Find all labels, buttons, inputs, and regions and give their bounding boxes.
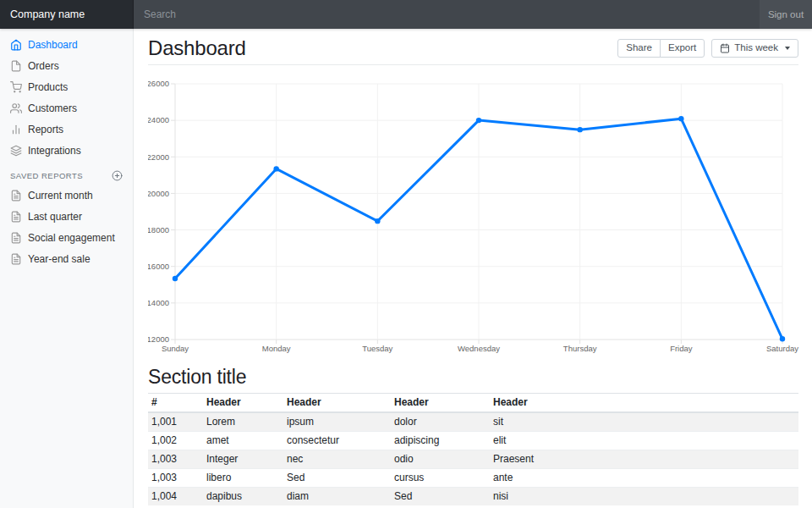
sidebar-item-label: Current month bbox=[28, 190, 93, 202]
x-tick-label: Wednesday bbox=[458, 344, 500, 353]
saved-reports-heading: Saved reports bbox=[0, 169, 133, 181]
table-cell: 1,003 bbox=[148, 450, 203, 469]
y-tick-label: 24000 bbox=[148, 115, 169, 124]
table-cell: Lorem bbox=[203, 412, 283, 432]
y-tick-label: 16000 bbox=[148, 262, 169, 271]
data-point bbox=[273, 166, 278, 171]
sidebar-item-integrations[interactable]: Integrations bbox=[0, 140, 133, 161]
export-button[interactable]: Export bbox=[660, 39, 705, 58]
sidebar-item-year-end-sale[interactable]: Year-end sale bbox=[0, 248, 133, 269]
column-header: Header bbox=[203, 394, 283, 413]
table-cell: nec bbox=[283, 450, 391, 469]
table-row: 1,001 Lorem ipsum dolor sit bbox=[148, 412, 798, 432]
sidebar-item-label: Last quarter bbox=[28, 211, 82, 223]
table-cell: 1,003 bbox=[148, 469, 203, 488]
table-row: 1,004 dapibus diam Sed nisi bbox=[148, 488, 798, 506]
sidebar-item-label: Dashboard bbox=[28, 39, 78, 51]
sidebar-item-label: Customers bbox=[28, 102, 77, 114]
data-point bbox=[476, 118, 481, 123]
table-body: 1,001 Lorem ipsum dolor sit 1,002 amet c… bbox=[148, 412, 798, 505]
sidebar-item-orders[interactable]: Orders bbox=[0, 55, 133, 76]
top-navbar: Company name Sign out bbox=[0, 0, 812, 29]
sidebar-item-last-quarter[interactable]: Last quarter bbox=[0, 206, 133, 227]
table-cell: Sed bbox=[391, 488, 490, 506]
week-dropdown-label: This week bbox=[734, 43, 778, 53]
table-head: # Header Header Header Header bbox=[148, 394, 798, 413]
sidebar-item-dashboard[interactable]: Dashboard bbox=[0, 34, 133, 55]
y-tick-label: 14000 bbox=[148, 298, 169, 307]
chart-container: 1200014000160001800020000220002400026000… bbox=[148, 75, 798, 356]
table-cell: ipsum bbox=[283, 412, 391, 432]
file-text-icon bbox=[10, 211, 22, 223]
table-cell: 1,002 bbox=[148, 432, 203, 450]
data-point bbox=[678, 116, 683, 121]
sidebar-item-label: Year-end sale bbox=[28, 253, 91, 265]
table-cell: amet bbox=[203, 432, 283, 450]
x-tick-label: Sunday bbox=[162, 344, 189, 353]
sidebar-item-label: Orders bbox=[28, 60, 59, 72]
x-tick-label: Saturday bbox=[766, 344, 798, 353]
sidebar-item-label: Integrations bbox=[28, 145, 81, 157]
table-cell: 1,001 bbox=[148, 412, 203, 432]
y-tick-label: 22000 bbox=[148, 152, 169, 162]
table-cell: diam bbox=[283, 488, 391, 506]
sign-out-link[interactable]: Sign out bbox=[760, 0, 812, 29]
shopping-cart-icon bbox=[10, 81, 22, 93]
table-cell: sit bbox=[490, 412, 798, 432]
chevron-down-icon bbox=[785, 47, 790, 50]
sidebar-item-social-engagement[interactable]: Social engagement bbox=[0, 227, 133, 248]
y-tick-label: 12000 bbox=[148, 334, 169, 344]
calendar-icon bbox=[720, 43, 730, 53]
table-cell: nisi bbox=[490, 488, 798, 506]
table-cell: adipiscing bbox=[391, 432, 490, 450]
file-icon bbox=[10, 60, 22, 72]
x-tick-label: Friday bbox=[670, 344, 693, 353]
table-cell: Praesent bbox=[490, 450, 798, 469]
column-header: Header bbox=[391, 394, 490, 413]
sidebar: Dashboard Orders Products Customers Repo… bbox=[0, 29, 134, 508]
users-icon bbox=[10, 102, 22, 114]
y-tick-label: 26000 bbox=[148, 79, 169, 88]
table-cell: Sed bbox=[283, 469, 391, 488]
data-point bbox=[173, 276, 178, 281]
sidebar-item-label: Social engagement bbox=[28, 232, 115, 244]
main-content: Dashboard Share Export This week 1200014… bbox=[134, 29, 812, 508]
week-dropdown-button[interactable]: This week bbox=[711, 39, 798, 58]
sidebar-item-products[interactable]: Products bbox=[0, 76, 133, 97]
column-header: Header bbox=[283, 394, 391, 413]
plus-circle-icon[interactable] bbox=[112, 170, 123, 181]
table-header-row: # Header Header Header Header bbox=[148, 394, 798, 413]
table-cell: libero bbox=[203, 469, 283, 488]
table-row: 1,002 amet consectetur adipiscing elit bbox=[148, 432, 798, 450]
sidebar-item-reports[interactable]: Reports bbox=[0, 119, 133, 140]
page-header: Dashboard Share Export This week bbox=[148, 37, 798, 65]
data-point bbox=[780, 336, 785, 341]
x-tick-label: Tuesday bbox=[362, 344, 392, 353]
home-icon bbox=[10, 39, 22, 51]
page-title: Dashboard bbox=[148, 37, 246, 59]
bar-chart-icon bbox=[10, 124, 22, 135]
table-cell: dolor bbox=[391, 412, 490, 432]
table-cell: consectetur bbox=[283, 432, 391, 450]
table-row: 1,003 Integer nec odio Praesent bbox=[148, 450, 798, 469]
saved-reports-heading-label: Saved reports bbox=[10, 171, 83, 180]
table-row: 1,003 libero Sed cursus ante bbox=[148, 469, 798, 488]
weekly-line-chart: 1200014000160001800020000220002400026000… bbox=[148, 75, 801, 356]
table-cell: dapibus bbox=[203, 488, 283, 506]
search-input[interactable] bbox=[134, 0, 760, 29]
table-cell: odio bbox=[391, 450, 490, 469]
brand-link[interactable]: Company name bbox=[0, 0, 134, 29]
file-text-icon bbox=[10, 232, 22, 244]
layers-icon bbox=[10, 145, 22, 157]
data-point bbox=[577, 127, 582, 132]
toolbar: Share Export This week bbox=[617, 39, 798, 58]
share-button[interactable]: Share bbox=[617, 39, 661, 58]
file-text-icon bbox=[10, 190, 22, 202]
data-table: # Header Header Header Header 1,001 Lore… bbox=[148, 393, 798, 505]
share-export-group: Share Export bbox=[617, 39, 705, 58]
sidebar-item-current-month[interactable]: Current month bbox=[0, 185, 133, 206]
column-header: # bbox=[148, 394, 203, 413]
y-tick-label: 18000 bbox=[148, 225, 169, 235]
sidebar-item-customers[interactable]: Customers bbox=[0, 97, 133, 119]
y-tick-label: 20000 bbox=[148, 189, 169, 198]
